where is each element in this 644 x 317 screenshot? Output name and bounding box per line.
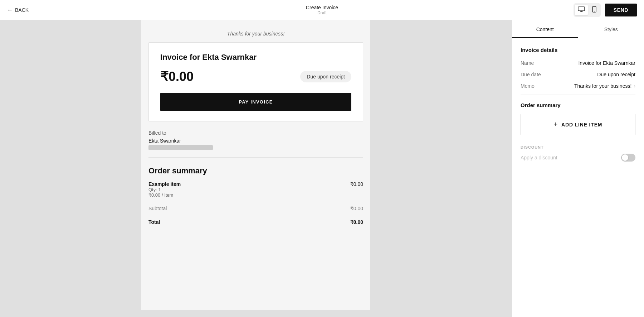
apply-discount-text: Apply a discount — [521, 155, 557, 160]
memo-label: Memo — [521, 83, 535, 89]
billed-to-name: Ekta Swarnkar — [148, 138, 363, 144]
invoice-amount-row: ₹0.00 Due upon receipt — [160, 69, 351, 84]
memo-value-row[interactable]: Thanks for your business! › — [574, 83, 635, 89]
billed-to-email-blurred — [148, 145, 213, 150]
section-divider — [148, 157, 363, 158]
page-title: Create Invoice — [306, 5, 338, 10]
billed-to-label: Billed to — [148, 130, 363, 136]
pay-invoice-button[interactable]: PAY INVOICE — [160, 93, 351, 111]
invoice-amount: ₹0.00 — [160, 69, 194, 84]
item-name: Example item — [148, 181, 181, 187]
order-summary-section: Order summary Example item Qty: 1 ₹0.00 … — [148, 166, 363, 225]
item-price-unit: ₹0.00 / Item — [148, 192, 181, 198]
back-label: BACK — [15, 7, 29, 13]
total-row: Total ₹0.00 — [148, 216, 363, 225]
due-date-label: Due date — [521, 72, 541, 77]
discount-row: Apply a discount — [521, 154, 635, 162]
item-qty: Qty: 1 — [148, 187, 181, 192]
page-subtitle: Draft — [306, 10, 338, 15]
subtotal-label: Subtotal — [148, 206, 167, 211]
subtotal-row: Subtotal ₹0.00 — [148, 203, 363, 211]
name-value[interactable]: Invoice for Ekta Swarnkar — [578, 60, 635, 66]
order-summary-title: Order summary — [148, 166, 363, 176]
due-date-value[interactable]: Due upon receipt — [597, 72, 635, 77]
topbar-center: Create Invoice Draft — [306, 5, 338, 15]
svg-rect-0 — [578, 7, 585, 11]
tab-styles[interactable]: Styles — [578, 20, 644, 38]
topbar: ← BACK Create Invoice Draft SEND — [0, 0, 644, 20]
discount-section-label: DISCOUNT — [521, 145, 543, 149]
topbar-right: SEND — [574, 3, 637, 17]
preview-area: Thanks for your business! Invoice for Ek… — [0, 20, 512, 317]
add-line-item-button[interactable]: + ADD LINE ITEM — [521, 114, 635, 135]
discount-label-row: DISCOUNT — [521, 144, 635, 150]
name-label: Name — [521, 60, 534, 66]
toggle-knob — [622, 154, 628, 161]
add-line-item-label: ADD LINE ITEM — [561, 122, 602, 128]
panel-tabs: Content Styles — [512, 20, 644, 38]
desktop-view-button[interactable] — [575, 5, 588, 15]
memo-chevron-icon: › — [634, 83, 635, 89]
invoice-thanks-text: Thanks for your business! — [141, 24, 370, 42]
subtotal-value: ₹0.00 — [350, 206, 363, 211]
main-layout: Thanks for your business! Invoice for Ek… — [0, 20, 644, 317]
svg-point-2 — [594, 11, 595, 11]
send-button[interactable]: SEND — [605, 4, 637, 16]
due-date-detail-row: Due date Due upon receipt — [521, 72, 635, 77]
line-item-amount: ₹0.00 — [350, 181, 363, 187]
billed-to-section: Billed to Ekta Swarnkar — [148, 130, 363, 158]
panel-section-divider — [521, 95, 635, 95]
invoice-card: Invoice for Ekta Swarnkar ₹0.00 Due upon… — [148, 42, 363, 121]
total-label: Total — [148, 219, 160, 225]
back-button[interactable]: ← BACK — [7, 7, 29, 13]
plus-icon: + — [554, 121, 558, 128]
total-value: ₹0.00 — [350, 219, 363, 225]
line-item-row: Example item Qty: 1 ₹0.00 / Item ₹0.00 — [148, 181, 363, 198]
due-badge: Due upon receipt — [300, 71, 351, 82]
mobile-view-button[interactable] — [589, 5, 599, 15]
memo-value: Thanks for your business! — [574, 83, 631, 89]
back-arrow-icon: ← — [7, 7, 13, 13]
right-panel: Content Styles Invoice details Name Invo… — [512, 20, 644, 317]
invoice-preview: Thanks for your business! Invoice for Ek… — [141, 20, 370, 310]
memo-detail-row: Memo Thanks for your business! › — [521, 83, 635, 89]
panel-body: Invoice details Name Invoice for Ekta Sw… — [512, 38, 644, 317]
name-detail-row: Name Invoice for Ekta Swarnkar — [521, 60, 635, 66]
line-item-info: Example item Qty: 1 ₹0.00 / Item — [148, 181, 181, 198]
order-summary-panel-title: Order summary — [521, 102, 635, 108]
invoice-title: Invoice for Ekta Swarnkar — [160, 53, 351, 62]
tab-content[interactable]: Content — [512, 20, 578, 38]
discount-toggle[interactable] — [621, 154, 635, 162]
invoice-details-title: Invoice details — [521, 47, 635, 53]
device-toggle — [574, 3, 601, 17]
